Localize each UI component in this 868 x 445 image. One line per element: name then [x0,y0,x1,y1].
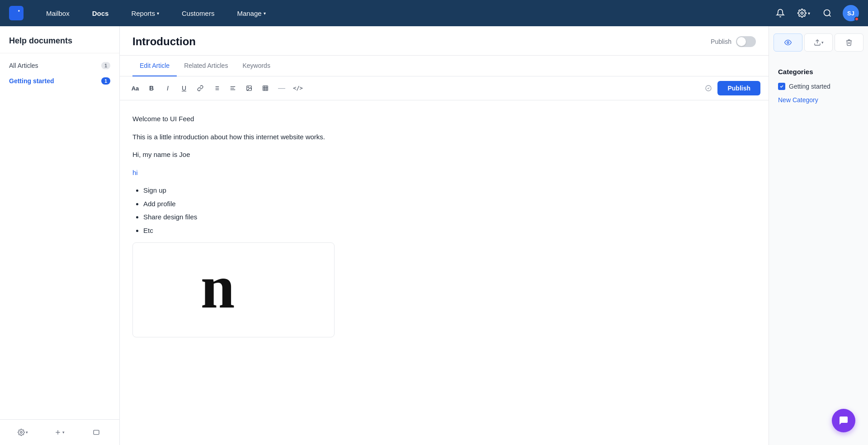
content-link: hi [132,167,756,179]
publish-label: Publish [711,38,731,45]
panel-delete-button[interactable] [835,33,863,52]
publish-button[interactable]: Publish [717,81,760,95]
editor-area[interactable]: Welcome to UI Feed This is a little intr… [120,100,769,445]
article-title: Introduction [132,35,196,55]
toolbar-underline-button[interactable]: U [177,81,191,95]
chevron-down-icon: ▾ [157,11,159,16]
sidebar-item-getting-started[interactable]: Getting started 1 [0,73,119,89]
right-panel: ▾ Categories Getting started New Categor… [769,26,868,445]
svg-rect-19 [263,86,268,91]
svg-point-18 [248,87,249,88]
panel-export-button[interactable]: ▾ [804,33,833,52]
toolbar-code-button[interactable]: </> [291,81,305,95]
publish-toggle[interactable] [736,36,756,47]
chat-fab-button[interactable] [832,409,855,432]
toolbar-italic-button[interactable]: I [160,81,175,95]
toolbar-bold-button[interactable]: B [144,81,159,95]
sidebar-footer: ▾ ▾ [0,419,119,445]
toolbar-align-button[interactable] [226,81,240,95]
tab-edit-article[interactable]: Edit Article [132,56,177,76]
new-category-button[interactable]: New Category [769,92,868,108]
editor-toolbar: Aa B I U — </> Publ [120,76,769,100]
nav-mailbox[interactable]: Mailbox [42,7,74,20]
chevron-down-icon: ▾ [264,11,266,16]
toolbar-list-button[interactable] [209,81,224,95]
svg-point-4 [20,431,22,433]
article-tabs: Edit Article Related Articles Keywords [120,56,769,76]
tab-related-articles[interactable]: Related Articles [177,56,235,76]
all-articles-count: 1 [101,62,110,69]
panel-action-buttons: ▾ [769,26,868,59]
avatar-notification-dot [854,17,859,21]
nav-docs[interactable]: Docs [88,7,113,20]
nav-manage[interactable]: Manage ▾ [232,7,270,20]
svg-point-0 [18,10,19,11]
toolbar-font-size-button[interactable]: Aa [128,81,142,95]
notifications-icon[interactable] [772,5,788,21]
list-item: Sign up [143,185,756,196]
content-list: Sign up Add profile Share design files E… [132,185,756,236]
avatar[interactable]: SJ [843,5,859,21]
main-content: Introduction Publish Edit Article Relate… [120,26,769,445]
nav-reports[interactable]: Reports ▾ [127,7,164,20]
sidebar-title: Help documents [0,26,119,53]
category-label: Getting started [789,83,830,90]
list-item: Add profile [143,198,756,210]
sidebar-item-all-articles[interactable]: All Articles 1 [0,58,119,73]
sidebar-preview-button[interactable] [79,424,114,440]
svg-rect-7 [94,430,99,434]
svg-point-26 [787,42,789,43]
sidebar-add-button[interactable]: ▾ [42,424,77,440]
categories-title: Categories [769,59,868,81]
article-image-block: n [132,242,335,337]
content-para1: This is a little introduction about how … [132,131,756,143]
app-logo [9,6,24,20]
svg-point-1 [801,12,803,14]
category-checkbox [778,83,785,90]
list-item: Share design files [143,211,756,223]
content-para2: Hi, my name is Joe [132,149,756,161]
nav-customers[interactable]: Customers [177,7,219,20]
toolbar-table-button[interactable] [258,81,273,95]
search-icon[interactable] [819,5,835,21]
article-header: Introduction Publish [120,26,769,56]
svg-point-2 [824,10,830,16]
toolbar-link-button[interactable] [193,81,208,95]
publish-toggle-area: Publish [711,36,756,54]
sidebar-settings-button[interactable]: ▾ [5,424,40,440]
panel-view-button[interactable] [774,33,802,52]
getting-started-count: 1 [101,77,110,85]
content-heading: Welcome to UI Feed [132,113,756,125]
toggle-knob [737,37,746,46]
category-getting-started[interactable]: Getting started [769,81,868,92]
list-item: Etc [143,225,756,237]
svg-line-3 [829,15,831,17]
sidebar: Help documents All Articles 1 Getting st… [0,26,120,445]
tab-keywords[interactable]: Keywords [235,56,277,76]
settings-icon[interactable]: ▾ [796,5,812,21]
toolbar-check-button[interactable] [701,81,716,95]
top-navigation: Mailbox Docs Reports ▾ Customers Manage … [0,0,868,26]
nav-right-actions: ▾ SJ [772,5,859,21]
toolbar-divider-button[interactable]: — [274,81,289,95]
article-image: n [189,254,279,326]
app-body: Help documents All Articles 1 Getting st… [0,26,868,445]
svg-text:n: n [200,254,235,321]
sidebar-list: All Articles 1 Getting started 1 [0,53,119,419]
toolbar-image-button[interactable] [242,81,256,95]
hi-link[interactable]: hi [132,169,138,176]
